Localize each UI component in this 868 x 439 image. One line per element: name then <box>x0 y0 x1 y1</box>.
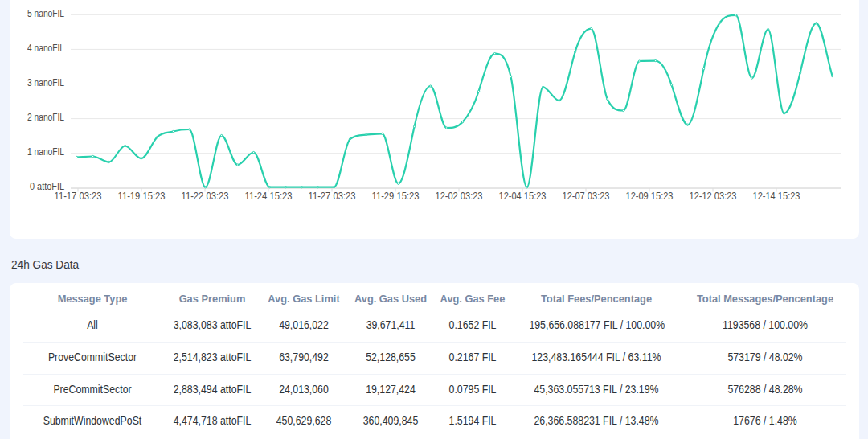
svg-text:12-12 03:23: 12-12 03:23 <box>690 191 737 202</box>
svg-text:1 nanoFIL: 1 nanoFIL <box>27 146 64 158</box>
svg-text:5 nanoFIL: 5 nanoFIL <box>27 8 64 19</box>
svg-text:4 nanoFIL: 4 nanoFIL <box>27 43 64 54</box>
svg-text:12-09 15:23: 12-09 15:23 <box>626 191 674 202</box>
svg-text:3 nanoFIL: 3 nanoFIL <box>27 77 64 88</box>
svg-text:12-04 15:23: 12-04 15:23 <box>499 191 547 202</box>
svg-text:12-02 03:23: 12-02 03:23 <box>436 191 483 202</box>
svg-text:11-29 15:23: 11-29 15:23 <box>372 191 420 202</box>
svg-text:11-19 15:23: 11-19 15:23 <box>118 191 166 202</box>
svg-text:11-17 03:23: 11-17 03:23 <box>55 191 102 202</box>
svg-text:12-07 03:23: 12-07 03:23 <box>563 191 610 202</box>
svg-text:11-24 15:23: 11-24 15:23 <box>245 191 293 202</box>
svg-text:11-27 03:23: 11-27 03:23 <box>309 191 356 202</box>
svg-text:11-22 03:23: 11-22 03:23 <box>182 191 229 202</box>
svg-text:12-14 15:23: 12-14 15:23 <box>753 191 800 202</box>
svg-text:2 nanoFIL: 2 nanoFIL <box>27 112 64 123</box>
